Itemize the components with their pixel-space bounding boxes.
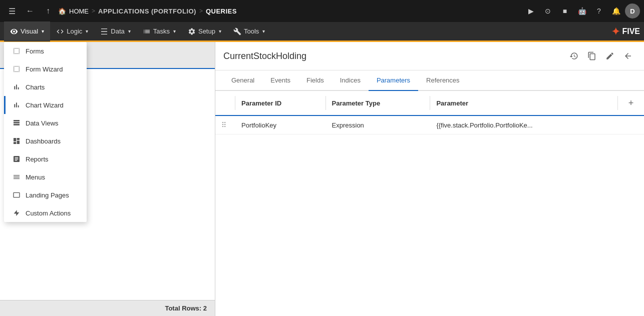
notifications-icon[interactable]: 🔔	[608, 3, 624, 19]
nav-logic-label: Logic	[67, 28, 82, 35]
five-logo-star: ✦	[611, 26, 620, 38]
tab-fields[interactable]: Fields	[298, 70, 332, 91]
nav-visual[interactable]: Visual ▾	[4, 22, 50, 42]
col-drag	[215, 91, 235, 116]
breadcrumb-sep2: >	[199, 8, 203, 14]
data-chevron: ▾	[128, 28, 131, 34]
tab-events[interactable]: Events	[262, 70, 298, 91]
menu-item-chart-wizard[interactable]: Chart Wizard	[4, 96, 87, 114]
menu-item-forms[interactable]: Forms	[4, 42, 87, 60]
top-bar-actions: ▶ ⊙ ■ 🤖 ? 🔔 D	[523, 3, 640, 19]
menu-item-form-wizard[interactable]: Form Wizard	[4, 60, 87, 78]
tasks-chevron: ▾	[173, 28, 176, 34]
back-icon[interactable]: ←	[22, 3, 38, 19]
row-parameter-id: PortfolioKey	[235, 116, 326, 134]
visual-dropdown-menu: Forms Form Wizard Charts Chart Wizard Da…	[4, 42, 87, 222]
tab-general[interactable]: General	[223, 70, 262, 91]
total-rows: Total Rows: 2	[0, 300, 215, 316]
breadcrumb: 🏠 HOME > APPLICATIONS (PORTFOLIO) > QUER…	[58, 8, 521, 15]
nav-visual-label: Visual	[21, 28, 38, 35]
menu-item-charts[interactable]: Charts	[4, 78, 87, 96]
breadcrumb-home-icon: 🏠	[58, 8, 66, 15]
nav-setup-label: Setup	[198, 28, 215, 35]
robot-icon[interactable]: 🤖	[574, 3, 590, 19]
nav-tools[interactable]: Tools ▾	[227, 22, 271, 42]
chart-wizard-icon	[13, 101, 21, 109]
col-parameter-type: Parameter Type	[326, 91, 431, 116]
rp-title: CurrentStockHolding	[223, 51, 566, 62]
menu-item-dashboards[interactable]: Dashboards	[4, 132, 87, 150]
table-header-row: Parameter ID Parameter Type Parameter +	[215, 91, 644, 116]
data-icon	[100, 28, 108, 36]
back-arrow-icon[interactable]	[620, 48, 636, 64]
nav-tools-label: Tools	[244, 28, 259, 35]
table-container: Parameter ID Parameter Type Parameter + …	[215, 91, 644, 316]
rp-header: CurrentStockHolding	[215, 42, 644, 70]
five-logo-text: FIVE	[622, 27, 640, 36]
custom-actions-icon	[13, 209, 21, 217]
tabs-bar: General Events Fields Indices Parameters…	[215, 70, 644, 91]
play-icon[interactable]: ▶	[523, 3, 539, 19]
menu-item-data-views-label: Data Views	[26, 120, 59, 127]
row-parameter-type: Expression	[326, 116, 431, 134]
nav-data-label: Data	[111, 28, 124, 35]
history-icon[interactable]	[566, 48, 582, 64]
five-logo: ✦ FIVE	[611, 26, 640, 38]
nav-tasks[interactable]: Tasks ▾	[137, 22, 182, 42]
parameters-table: Parameter ID Parameter Type Parameter + …	[215, 91, 644, 134]
tab-parameters[interactable]: Parameters	[369, 70, 418, 91]
add-row-button[interactable]: +	[624, 96, 638, 110]
tasks-icon	[143, 28, 151, 36]
preview-icon[interactable]: ⊙	[540, 3, 556, 19]
forms-icon	[13, 47, 21, 55]
charts-icon	[13, 83, 21, 91]
table-row: ⠿ PortfolioKey Expression {{five.stack.P…	[215, 116, 644, 134]
visual-icon	[10, 28, 18, 36]
row-parameter: {{five.stack.Portfolio.PortfolioKe...	[430, 116, 618, 134]
breadcrumb-sep1: >	[92, 8, 95, 14]
nav-bar: Visual ▾ Logic ▾ Data ▾ Tasks ▾ Setup ▾ …	[0, 22, 644, 42]
tools-chevron: ▾	[262, 28, 265, 34]
data-views-icon	[13, 119, 21, 127]
help-icon[interactable]: ?	[591, 3, 607, 19]
breadcrumb-home[interactable]: HOME	[69, 8, 89, 15]
up-icon[interactable]: ↑	[40, 3, 56, 19]
row-drag-handle[interactable]: ⠿	[215, 116, 235, 134]
visual-chevron: ▾	[42, 28, 44, 34]
copy-icon[interactable]	[584, 48, 600, 64]
menu-item-dashboards-label: Dashboards	[26, 138, 61, 145]
reports-icon	[13, 155, 21, 163]
menu-item-charts-label: Charts	[26, 84, 45, 91]
menu-icon[interactable]: ☰	[4, 3, 20, 19]
tools-icon	[233, 28, 241, 36]
menu-item-custom-actions[interactable]: Custom Actions	[4, 204, 87, 222]
menu-item-landing-pages-label: Landing Pages	[26, 192, 69, 199]
breadcrumb-queries[interactable]: QUERIES	[206, 8, 237, 15]
avatar[interactable]: D	[625, 4, 640, 18]
nav-setup[interactable]: Setup ▾	[182, 22, 227, 42]
menu-item-custom-actions-label: Custom Actions	[26, 210, 71, 217]
nav-data[interactable]: Data ▾	[94, 22, 136, 42]
svg-point-0	[13, 30, 15, 32]
stop-icon[interactable]: ■	[557, 3, 573, 19]
menu-item-form-wizard-label: Form Wizard	[26, 66, 63, 73]
edit-icon[interactable]	[602, 48, 618, 64]
top-bar: ☰ ← ↑ 🏠 HOME > APPLICATIONS (PORTFOLIO) …	[0, 0, 644, 22]
menu-item-reports[interactable]: Reports	[4, 150, 87, 168]
menu-item-menus[interactable]: Menus	[4, 168, 87, 186]
nav-logic[interactable]: Logic ▾	[50, 22, 94, 42]
logic-chevron: ▾	[86, 28, 88, 34]
total-rows-label: Total Rows: 2	[165, 304, 207, 312]
dashboards-icon	[13, 137, 21, 145]
menu-item-data-views[interactable]: Data Views	[4, 114, 87, 132]
landing-pages-icon	[13, 191, 21, 199]
drag-handle-icon: ⠿	[221, 121, 226, 129]
col-parameter: Parameter	[430, 91, 618, 116]
menu-item-landing-pages[interactable]: Landing Pages	[4, 186, 87, 204]
main-layout: + Total Rows: 2 CurrentStockHolding	[0, 42, 644, 316]
menus-icon	[13, 173, 21, 181]
breadcrumb-applications[interactable]: APPLICATIONS (PORTFOLIO)	[98, 8, 196, 15]
tab-references[interactable]: References	[418, 70, 467, 91]
col-parameter-id: Parameter ID	[235, 91, 326, 116]
tab-indices[interactable]: Indices	[332, 70, 369, 91]
